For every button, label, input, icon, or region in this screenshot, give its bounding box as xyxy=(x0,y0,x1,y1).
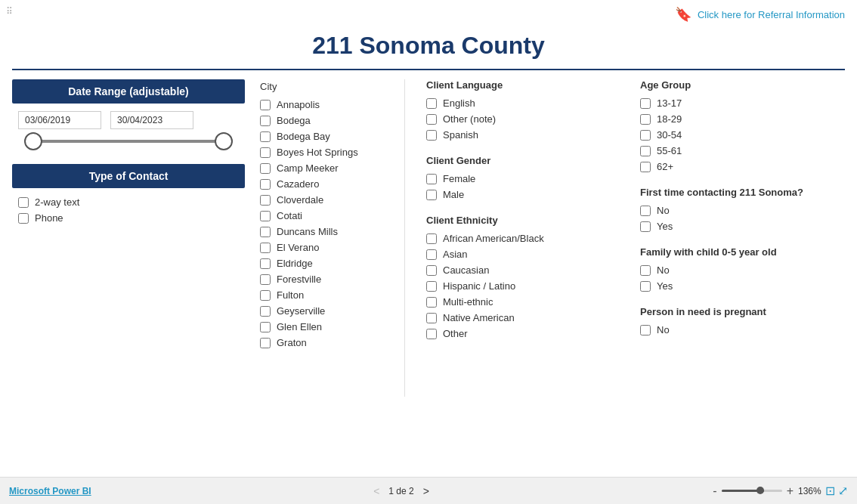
city-item[interactable]: Cazadero xyxy=(260,176,398,192)
city-checkbox[interactable] xyxy=(260,258,271,269)
city-checkbox[interactable] xyxy=(260,338,271,348)
language-checkbox[interactable] xyxy=(426,98,437,109)
pregnant-list: No xyxy=(640,322,836,338)
city-item[interactable]: Fulton xyxy=(260,287,398,303)
pregnant-item[interactable]: No xyxy=(640,322,836,338)
referral-link[interactable]: Click here for Referral Information xyxy=(698,9,845,20)
language-checkbox[interactable] xyxy=(426,130,437,141)
ethnicity-checkbox[interactable] xyxy=(426,233,437,244)
city-item[interactable]: Bodega Bay xyxy=(260,128,398,144)
ethnicity-item[interactable]: Asian xyxy=(426,246,622,262)
ethnicity-checkbox[interactable] xyxy=(426,297,437,308)
city-checkbox[interactable] xyxy=(260,147,271,158)
gender-item[interactable]: Male xyxy=(426,187,622,203)
zoom-thumb[interactable] xyxy=(756,487,764,494)
age-checkbox[interactable] xyxy=(640,130,651,141)
age-checkbox[interactable] xyxy=(640,98,651,109)
age-checkbox[interactable] xyxy=(640,162,651,172)
city-item[interactable]: Forestville xyxy=(260,271,398,287)
city-item[interactable]: Eldridge xyxy=(260,255,398,271)
city-item[interactable]: Cloverdale xyxy=(260,192,398,208)
family-checkbox[interactable] xyxy=(640,265,651,276)
ethnicity-checkbox[interactable] xyxy=(426,265,437,276)
city-item[interactable]: Cotati xyxy=(260,208,398,224)
city-checkbox[interactable] xyxy=(260,163,271,174)
zoom-out-button[interactable]: - xyxy=(711,485,718,497)
ethnicity-item[interactable]: Multi-ethnic xyxy=(426,294,622,310)
ethnicity-checkbox[interactable] xyxy=(426,313,437,323)
date-slider[interactable] xyxy=(12,135,245,155)
city-item[interactable]: Camp Meeker xyxy=(260,160,398,176)
city-checkbox[interactable] xyxy=(260,227,271,237)
contact-checkbox-0[interactable] xyxy=(18,197,29,208)
ethnicity-label: Hispanic / Latino xyxy=(443,280,515,292)
age-item[interactable]: 30-54 xyxy=(640,127,836,143)
city-checkbox[interactable] xyxy=(260,322,271,332)
ethnicity-item[interactable]: Native American xyxy=(426,310,622,326)
fit-page-icon[interactable]: ⊡ xyxy=(825,484,835,498)
date-start-input[interactable] xyxy=(18,111,101,129)
first-time-item[interactable]: Yes xyxy=(640,218,836,234)
pregnant-checkbox[interactable] xyxy=(640,325,651,335)
contact-option-1[interactable]: Phone xyxy=(18,210,239,226)
language-item[interactable]: Other (note) xyxy=(426,111,622,127)
city-checkbox[interactable] xyxy=(260,290,271,301)
first-time-item[interactable]: No xyxy=(640,203,836,218)
gender-checkbox[interactable] xyxy=(426,190,437,200)
age-item[interactable]: 18-29 xyxy=(640,111,836,127)
age-checkbox[interactable] xyxy=(640,146,651,156)
age-item[interactable]: 13-17 xyxy=(640,95,836,111)
ethnicity-item[interactable]: Caucasian xyxy=(426,262,622,278)
zoom-track[interactable] xyxy=(722,490,782,492)
city-item[interactable]: Boyes Hot Springs xyxy=(260,144,398,160)
expand-icon[interactable]: ⤢ xyxy=(838,484,848,498)
powerbi-link[interactable]: Microsoft Power BI xyxy=(9,486,91,496)
prev-page-button[interactable]: < xyxy=(370,484,382,499)
first-time-checkbox[interactable] xyxy=(640,206,651,216)
city-checkbox[interactable] xyxy=(260,195,271,206)
city-item[interactable]: Duncans Mills xyxy=(260,224,398,240)
city-item[interactable]: El Verano xyxy=(260,240,398,255)
ethnicity-checkbox[interactable] xyxy=(426,329,437,339)
language-checkbox[interactable] xyxy=(426,114,437,125)
city-label: Bodega xyxy=(277,115,311,126)
city-item[interactable]: Graton xyxy=(260,335,398,351)
age-checkbox[interactable] xyxy=(640,114,651,125)
city-checkbox[interactable] xyxy=(260,116,271,126)
ethnicity-checkbox[interactable] xyxy=(426,281,437,292)
gender-item[interactable]: Female xyxy=(426,171,622,187)
slider-thumb-left[interactable] xyxy=(24,132,42,150)
family-checkbox[interactable] xyxy=(640,281,651,292)
city-item[interactable]: Glen Ellen xyxy=(260,319,398,335)
city-label: City xyxy=(260,81,398,92)
ethnicity-item[interactable]: Hispanic / Latino xyxy=(426,278,622,294)
city-checkbox[interactable] xyxy=(260,274,271,285)
language-item[interactable]: Spanish xyxy=(426,127,622,143)
next-page-button[interactable]: > xyxy=(420,484,432,499)
age-item[interactable]: 55-61 xyxy=(640,143,836,159)
ethnicity-item[interactable]: Other xyxy=(426,326,622,342)
zoom-in-button[interactable]: + xyxy=(785,485,795,497)
city-checkbox[interactable] xyxy=(260,131,271,142)
city-checkbox[interactable] xyxy=(260,306,271,317)
city-item[interactable]: Annapolis xyxy=(260,97,398,113)
ethnicity-checkbox[interactable] xyxy=(426,249,437,260)
age-item[interactable]: 62+ xyxy=(640,159,836,175)
date-end-input[interactable] xyxy=(110,111,193,129)
first-time-checkbox[interactable] xyxy=(640,221,651,232)
gender-checkbox[interactable] xyxy=(426,174,437,184)
contact-option-0[interactable]: 2-way text xyxy=(18,194,239,210)
city-checkbox[interactable] xyxy=(260,211,271,221)
slider-thumb-right[interactable] xyxy=(215,132,233,150)
city-item[interactable]: Geyserville xyxy=(260,303,398,319)
age-label: 55-61 xyxy=(657,145,682,156)
city-checkbox[interactable] xyxy=(260,100,271,110)
city-item[interactable]: Bodega xyxy=(260,113,398,128)
city-checkbox[interactable] xyxy=(260,243,271,253)
ethnicity-item[interactable]: African American/Black xyxy=(426,230,622,246)
family-item[interactable]: Yes xyxy=(640,278,836,294)
language-item[interactable]: English xyxy=(426,95,622,111)
city-checkbox[interactable] xyxy=(260,179,271,190)
contact-checkbox-1[interactable] xyxy=(18,213,29,224)
family-item[interactable]: No xyxy=(640,262,836,278)
